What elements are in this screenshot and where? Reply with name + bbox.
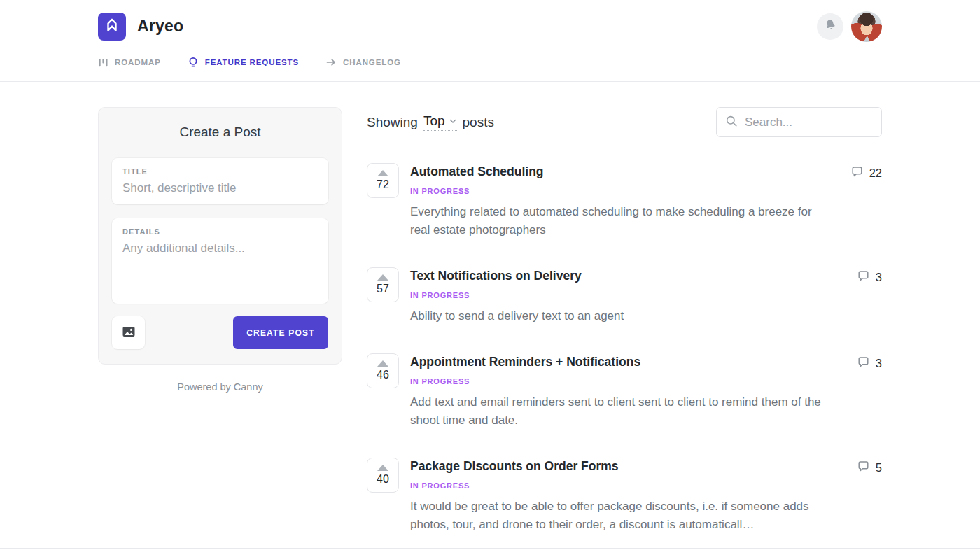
details-field-label: DETAILS <box>122 227 318 236</box>
user-avatar[interactable] <box>851 11 882 42</box>
post-status-badge: IN PROGRESS <box>410 187 882 195</box>
nav-feature-requests[interactable]: FEATURE REQUESTS <box>188 57 299 68</box>
post-status-badge: IN PROGRESS <box>410 481 882 490</box>
comment-count: 3 <box>876 271 882 284</box>
details-field-card: DETAILS <box>112 218 328 304</box>
details-input[interactable] <box>122 241 318 292</box>
post-body: Appointment Reminders + Notifications 3 … <box>410 353 882 430</box>
title-field-card: TITLE <box>112 158 328 204</box>
vote-count: 57 <box>377 283 389 295</box>
post-row[interactable]: 57 Text Notifications on Delivery 3 IN P… <box>367 267 882 325</box>
chevron-down-icon <box>449 113 457 129</box>
create-post-button[interactable]: CREATE POST <box>233 316 328 349</box>
post-list: 72 Automated Scheduling 22 IN PROGRESS E… <box>367 163 882 534</box>
upvote-arrow-icon <box>377 274 388 281</box>
vote-count: 72 <box>377 178 389 191</box>
post-description: Ability to send a delivery text to an ag… <box>410 307 825 325</box>
comment-count-group[interactable]: 3 <box>857 355 882 372</box>
post-row[interactable]: 72 Automated Scheduling 22 IN PROGRESS E… <box>367 163 882 239</box>
image-icon <box>121 324 136 341</box>
comment-count-group[interactable]: 22 <box>850 164 882 181</box>
upvote-arrow-icon <box>377 465 388 471</box>
comment-count-group[interactable]: 5 <box>857 459 882 476</box>
comment-icon <box>857 460 870 476</box>
comment-icon <box>850 165 864 181</box>
nav-roadmap[interactable]: ROADMAP <box>98 57 161 68</box>
showing-posts-control: Showing Top posts <box>367 113 494 131</box>
roadmap-icon <box>98 57 108 68</box>
title-input[interactable] <box>122 181 318 195</box>
post-title: Automated Scheduling <box>410 164 850 179</box>
comment-count: 5 <box>876 461 882 474</box>
upvote-arrow-icon <box>377 170 388 176</box>
post-title: Text Notifications on Delivery <box>410 269 857 283</box>
app-name: Aryeo <box>137 17 183 36</box>
powered-by-canny[interactable]: Powered by Canny <box>98 381 342 393</box>
posts-section: Showing Top posts <box>367 107 882 550</box>
posts-word: posts <box>463 115 494 130</box>
vote-count: 40 <box>377 473 389 486</box>
create-post-heading: Create a Post <box>112 125 328 140</box>
post-row[interactable]: 46 Appointment Reminders + Notifications… <box>367 353 882 430</box>
sort-value: Top <box>424 113 445 129</box>
upvote-button[interactable]: 46 <box>367 353 399 388</box>
sort-dropdown[interactable]: Top <box>424 113 457 131</box>
post-body: Automated Scheduling 22 IN PROGRESS Ever… <box>410 163 882 239</box>
showing-word: Showing <box>367 115 418 130</box>
nav-feature-requests-label: FEATURE REQUESTS <box>205 58 299 66</box>
comment-icon <box>857 355 870 372</box>
search-input[interactable] <box>745 115 873 129</box>
post-description: Add text and email reminders sent to cli… <box>410 393 825 430</box>
post-body: Package Discounts on Order Forms 5 IN PR… <box>410 458 882 534</box>
post-status-badge: IN PROGRESS <box>410 377 882 386</box>
nav-changelog[interactable]: CHANGELOG <box>326 57 401 68</box>
comment-count: 22 <box>869 167 882 180</box>
aryeo-logo-icon <box>103 16 121 37</box>
notifications-button[interactable] <box>817 13 844 40</box>
bell-icon <box>824 18 837 34</box>
upvote-button[interactable]: 40 <box>367 458 399 493</box>
board-nav: ROADMAP FEATURE REQUESTS CHANGELOG <box>98 43 882 81</box>
upvote-arrow-icon <box>377 360 388 367</box>
post-body: Text Notifications on Delivery 3 IN PROG… <box>410 267 882 325</box>
site-header: Aryeo <box>0 0 980 82</box>
upvote-button[interactable]: 57 <box>367 267 399 302</box>
vote-count: 46 <box>377 369 389 381</box>
post-row[interactable]: 40 Package Discounts on Order Forms 5 IN… <box>367 458 882 534</box>
create-post-panel: Create a Post TITLE DETAILS <box>98 107 342 365</box>
post-description: It would be great to be able to offer pa… <box>410 498 825 534</box>
post-description: Everything related to automated scheduli… <box>410 203 825 239</box>
post-title: Appointment Reminders + Notifications <box>410 355 857 369</box>
comment-icon <box>857 269 870 285</box>
attach-image-button[interactable] <box>112 316 145 349</box>
search-icon <box>725 115 738 130</box>
lightbulb-icon <box>188 57 199 68</box>
bottom-divider <box>0 548 980 549</box>
arrow-right-icon <box>326 57 337 68</box>
comment-count-group[interactable]: 3 <box>857 269 882 285</box>
nav-changelog-label: CHANGELOG <box>343 58 401 66</box>
comment-count: 3 <box>876 357 882 370</box>
create-post-sidebar: Create a Post TITLE DETAILS <box>98 107 342 550</box>
post-title: Package Discounts on Order Forms <box>410 459 857 474</box>
aryeo-logo[interactable] <box>98 13 126 41</box>
search-box <box>716 107 882 137</box>
upvote-button[interactable]: 72 <box>367 163 399 198</box>
post-status-badge: IN PROGRESS <box>410 291 882 299</box>
title-field-label: TITLE <box>122 167 318 176</box>
nav-roadmap-label: ROADMAP <box>115 58 161 66</box>
